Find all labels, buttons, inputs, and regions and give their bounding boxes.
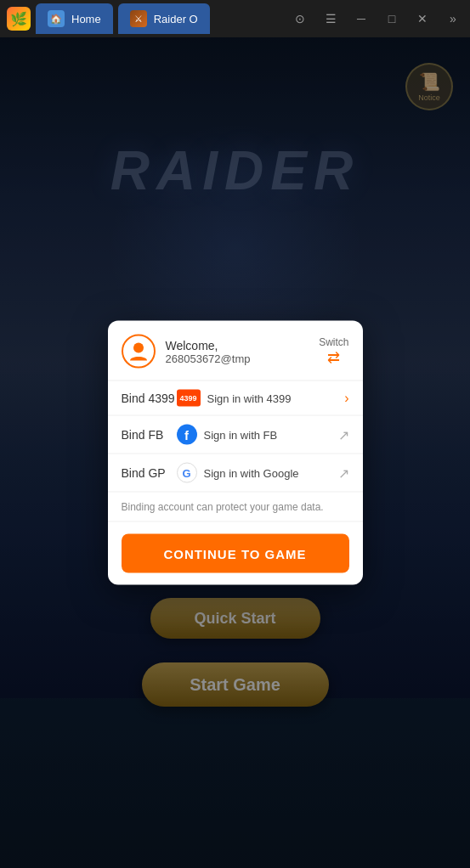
app-logo: 🌿 bbox=[7, 7, 31, 31]
logo-facebook-icon: f bbox=[177, 425, 197, 445]
bind-gp-arrow: ↗ bbox=[338, 465, 349, 481]
switch-button[interactable]: Switch ⇄ bbox=[319, 336, 348, 367]
tab-raider-label: Raider O bbox=[154, 13, 198, 25]
svg-point-0 bbox=[133, 343, 144, 353]
welcome-label: Welcome, bbox=[166, 338, 309, 352]
bind-fb-row[interactable]: Bind FB f Sign in with FB ↗ bbox=[108, 416, 363, 454]
bind-fb-provider: f Sign in with FB bbox=[177, 425, 338, 445]
bind-gp-row[interactable]: Bind GP G Sign in with Google ↗ bbox=[108, 454, 363, 493]
bind-4399-arrow: › bbox=[344, 391, 348, 406]
sign-in-fb-text: Sign in with FB bbox=[204, 428, 278, 441]
avatar bbox=[122, 335, 156, 369]
switch-icon: ⇄ bbox=[327, 348, 340, 367]
tab-raider[interactable]: ⚔ Raider O bbox=[118, 3, 210, 34]
user-info: Welcome, 268053672@tmp bbox=[166, 338, 309, 364]
raider-tab-icon: ⚔ bbox=[130, 10, 147, 27]
maximize-button[interactable]: □ bbox=[382, 8, 402, 29]
login-modal: Welcome, 268053672@tmp Switch ⇄ Bind 439… bbox=[108, 321, 363, 585]
minimize-button[interactable]: ─ bbox=[351, 8, 371, 29]
more-button[interactable]: » bbox=[443, 8, 463, 29]
bind-4399-row[interactable]: Bind 4399 4399 Sign in with 4399 › bbox=[108, 381, 363, 416]
game-background: RAIDER 📜 Notice Quick Start Start Game W… bbox=[0, 37, 470, 868]
bind-fb-label: Bind FB bbox=[122, 428, 177, 442]
user-email: 268053672@tmp bbox=[166, 352, 309, 364]
sign-in-google-text: Sign in with Google bbox=[204, 466, 299, 479]
bind-4399-label: Bind 4399 bbox=[122, 392, 177, 405]
bind-4399-provider: 4399 Sign in with 4399 bbox=[177, 390, 345, 407]
logo-4399-icon: 4399 bbox=[177, 390, 201, 407]
logo-google-icon: G bbox=[177, 463, 197, 483]
close-button[interactable]: ✕ bbox=[412, 8, 433, 29]
bind-info-text: Binding account can protect your game da… bbox=[108, 493, 363, 522]
window-controls: ⊙ ☰ ─ □ ✕ » bbox=[290, 8, 463, 29]
modal-header: Welcome, 268053672@tmp Switch ⇄ bbox=[108, 321, 363, 381]
bind-fb-arrow: ↗ bbox=[338, 426, 349, 442]
home-tab-icon: 🏠 bbox=[48, 10, 65, 27]
continue-to-game-button[interactable]: CONTINUE TO GAME bbox=[122, 534, 349, 573]
account-button[interactable]: ⊙ bbox=[290, 8, 310, 29]
bind-gp-provider: G Sign in with Google bbox=[177, 463, 338, 483]
tab-home-label: Home bbox=[71, 13, 101, 25]
sign-in-4399-text: Sign in with 4399 bbox=[207, 392, 292, 404]
titlebar: 🌿 🏠 Home ⚔ Raider O ⊙ ☰ ─ □ ✕ » bbox=[0, 0, 470, 37]
switch-label: Switch bbox=[319, 336, 348, 348]
tab-home[interactable]: 🏠 Home bbox=[36, 3, 113, 34]
menu-button[interactable]: ☰ bbox=[320, 8, 341, 29]
bind-gp-label: Bind GP bbox=[122, 466, 177, 480]
